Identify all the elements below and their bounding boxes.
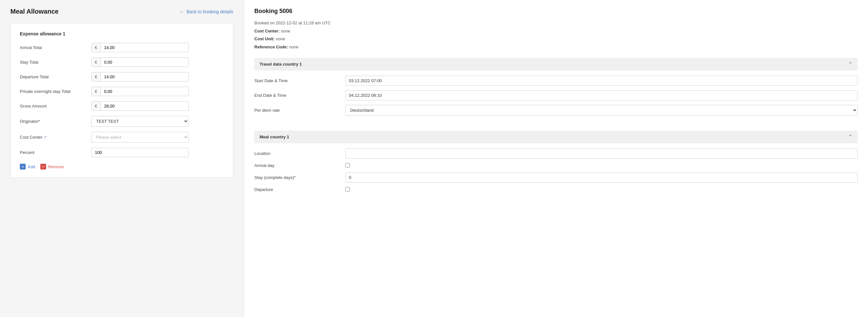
travel-data-section-title: Travel data country 1 (259, 62, 302, 67)
departure-row: Departure (254, 187, 858, 192)
gross-amount-currency: € (92, 102, 101, 110)
cost-unit-meta-value: none (276, 36, 285, 41)
remove-button[interactable]: − Remove (40, 164, 64, 169)
meal-section-body: Location Arrival day Stay (complete days… (254, 143, 858, 202)
expense-section-title: Expense allowance 1 (20, 31, 224, 36)
right-panel: Booking 5006 Booked on 2022-12-02 at 11:… (244, 0, 868, 317)
start-date-input[interactable] (345, 76, 858, 86)
per-diem-select[interactable]: Deutschland (345, 105, 858, 116)
booked-on-text: Booked on 2022-12-02 at 11:28 am UTC (254, 19, 858, 27)
departure-total-label: Departure Total (20, 74, 91, 79)
end-date-input[interactable] (345, 90, 858, 100)
location-label: Location (254, 151, 345, 156)
cost-center-meta-value: none (281, 29, 290, 33)
arrival-day-row: Arrival day (254, 163, 858, 168)
gross-amount-input[interactable] (101, 102, 188, 110)
start-date-row: Start Date & Time (254, 76, 858, 86)
stay-row: Stay (complete days)* (254, 172, 858, 183)
departure-total-input-wrapper: € (91, 72, 189, 82)
percent-label: Percent (20, 150, 91, 155)
cost-unit-meta: Cost Unit: none (254, 35, 858, 43)
back-to-booking-link[interactable]: ← Back to booking details (179, 9, 233, 14)
meal-section-title: Meal country 1 (259, 134, 289, 139)
cost-center-meta-label: Cost Center: (254, 29, 280, 33)
travel-data-section-body: Start Date & Time End Date & Time Per di… (254, 70, 858, 125)
expense-form-card: Expense allowance 1 Arrival Total € Stay… (10, 23, 233, 178)
departure-total-row: Departure Total € (20, 72, 224, 82)
arrival-day-checkbox[interactable] (345, 163, 350, 167)
reference-code-meta: Reference Code: none (254, 43, 858, 51)
add-button[interactable]: + Add (20, 164, 35, 169)
departure-checkbox[interactable] (345, 187, 350, 192)
stay-total-input[interactable] (101, 58, 188, 67)
arrival-total-label: Arrival Total (20, 45, 91, 50)
travel-data-section-header[interactable]: Travel data country 1 ⌃ (254, 58, 858, 70)
arrival-total-input-wrapper: € (91, 43, 189, 52)
add-icon: + (20, 164, 26, 169)
end-date-label: End Date & Time (254, 93, 345, 98)
left-panel: Meal Allowance ← Back to booking details… (0, 0, 244, 317)
gross-amount-label: Gross Amount (20, 104, 91, 108)
booking-meta: Booked on 2022-12-02 at 11:28 am UTC Cos… (254, 19, 858, 51)
gross-amount-row: Gross Amount € (20, 101, 224, 111)
gross-amount-input-wrapper: € (91, 101, 189, 111)
stay-total-label: Stay Total (20, 60, 91, 65)
arrival-total-currency: € (92, 43, 101, 52)
cost-center-row: Cost Center ↗ Please select (20, 132, 224, 142)
private-overnight-row: Private overnight stay Total € (20, 87, 224, 96)
percent-input-wrapper (91, 148, 189, 157)
page-title: Meal Allowance (10, 8, 59, 15)
location-input[interactable] (345, 149, 858, 158)
private-overnight-input-wrapper: € (91, 87, 189, 96)
meal-section-header[interactable]: Meal country 1 ⌃ (254, 131, 858, 143)
back-arrow-icon: ← (179, 9, 185, 14)
location-row: Location (254, 149, 858, 158)
start-date-label: Start Date & Time (254, 78, 345, 83)
left-header: Meal Allowance ← Back to booking details (10, 8, 233, 15)
remove-icon: − (40, 164, 46, 169)
stay-input[interactable] (345, 172, 858, 183)
percent-input[interactable] (92, 148, 188, 157)
originator-select[interactable]: TEST TEST (91, 116, 189, 127)
departure-total-currency: € (92, 72, 101, 81)
add-label: Add (28, 164, 35, 169)
end-date-row: End Date & Time (254, 90, 858, 100)
stay-label: Stay (complete days)* (254, 175, 345, 180)
remove-label: Remove (48, 164, 64, 169)
departure-label: Departure (254, 187, 345, 192)
arrival-day-label: Arrival day (254, 163, 345, 168)
percent-row: Percent (20, 148, 224, 157)
stay-total-currency: € (92, 58, 101, 67)
private-overnight-currency: € (92, 87, 101, 96)
cost-unit-meta-label: Cost Unit: (254, 36, 275, 41)
private-overnight-input[interactable] (101, 87, 188, 96)
originator-label: Originator* (20, 119, 91, 124)
stay-total-row: Stay Total € (20, 58, 224, 67)
originator-row: Originator* TEST TEST (20, 116, 224, 127)
cost-center-label: Cost Center ↗ (20, 135, 91, 140)
form-actions: + Add − Remove (20, 164, 224, 169)
stay-total-input-wrapper: € (91, 58, 189, 67)
cost-center-meta: Cost Center: none (254, 27, 858, 35)
departure-total-input[interactable] (101, 72, 188, 81)
per-diem-row: Per diem rate Deutschland (254, 105, 858, 116)
back-link-label: Back to booking details (186, 9, 233, 14)
arrival-total-row: Arrival Total € (20, 43, 224, 52)
reference-code-meta-label: Reference Code: (254, 44, 288, 50)
per-diem-label: Per diem rate (254, 108, 345, 113)
private-overnight-label: Private overnight stay Total (20, 89, 91, 94)
cost-center-select[interactable]: Please select (91, 132, 189, 142)
reference-code-meta-value: none (289, 44, 299, 50)
arrival-total-input[interactable] (101, 43, 188, 52)
external-link-icon[interactable]: ↗ (43, 135, 46, 139)
meal-section-chevron-icon: ⌃ (848, 134, 852, 140)
travel-data-chevron-icon: ⌃ (848, 61, 852, 67)
booking-title: Booking 5006 (254, 8, 858, 14)
